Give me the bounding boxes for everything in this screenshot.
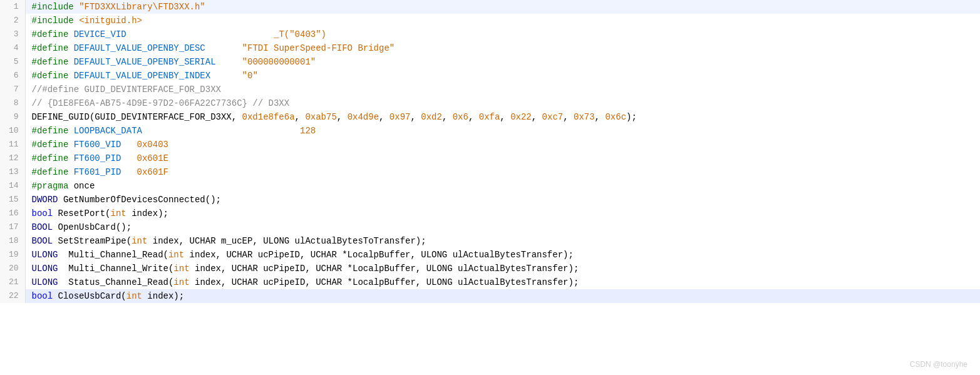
code-token: #include — [32, 16, 74, 26]
table-row: 12#define FT600_PID 0x601E — [0, 152, 980, 165]
code-token: CloseUsbCard( — [53, 291, 126, 301]
code-token: int — [132, 236, 147, 246]
table-row: 4#define DEFAULT_VALUE_OPENBY_DESC "FTDI… — [0, 41, 980, 55]
code-token: FT600_VID — [74, 140, 121, 150]
code-token: 0x601E — [137, 153, 168, 163]
code-token: "000000000001" — [242, 57, 316, 67]
line-number: 1 — [0, 0, 25, 14]
table-row: 3#define DEVICE_VID _T("0403") — [0, 28, 980, 41]
code-token: 0x4d9e — [348, 112, 379, 122]
line-code: #pragma once — [25, 179, 980, 193]
code-token: , — [595, 112, 606, 122]
code-token: <initguid.h> — [79, 16, 142, 26]
line-code: ULONG Status_Channel_Read(int index, UCH… — [25, 275, 980, 289]
code-token: 0xd1e8fe6a — [242, 112, 295, 122]
line-code: #include "FTD3XXLibrary\FTD3XX.h" — [25, 0, 980, 14]
code-token: // {D1E8FE6A-AB75-4D9E-97D2-06FA22C7736C… — [32, 98, 290, 108]
line-code: // {D1E8FE6A-AB75-4D9E-97D2-06FA22C7736C… — [25, 96, 980, 110]
code-token: ULONG — [32, 277, 58, 287]
code-token: 0x97 — [389, 112, 411, 122]
line-number: 16 — [0, 207, 25, 220]
table-row: 11#define FT600_VID 0x0403 — [0, 138, 980, 152]
code-token: 0xab75 — [305, 112, 336, 122]
code-token: Multi_Channel_Write( — [58, 264, 174, 274]
code-token: 0x0403 — [137, 140, 168, 150]
code-token: ULONG — [32, 250, 58, 260]
code-token: int — [126, 291, 142, 301]
code-token — [205, 43, 242, 53]
code-token: GetNumberOfDevicesConnected(); — [58, 195, 221, 205]
code-token: 0xd2 — [421, 112, 442, 122]
code-token: #define — [32, 57, 69, 67]
code-token: "0" — [242, 71, 258, 81]
line-number: 11 — [0, 138, 25, 152]
code-token: 0x601F — [137, 167, 168, 177]
code-token — [68, 167, 73, 177]
code-token: bool — [32, 291, 53, 301]
table-row: 10#define LOOPBACK_DATA 128 — [0, 124, 980, 138]
line-code: bool CloseUsbCard(int index); — [25, 289, 980, 303]
code-token: int — [168, 250, 184, 260]
line-code: bool ResetPort(int index); — [25, 207, 980, 220]
code-token: "FTDI SuperSpeed-FIFO Bridge" — [242, 43, 395, 53]
line-code: BOOL SetStreamPipe(int index, UCHAR m_uc… — [25, 234, 980, 248]
code-token — [74, 2, 79, 12]
code-token: index, UCHAR m_ucEP, ULONG ulActualBytes… — [147, 236, 426, 246]
code-token: FT601_PID — [74, 167, 121, 177]
code-token: #include — [32, 2, 74, 12]
line-number: 12 — [0, 152, 25, 165]
code-token: , — [410, 112, 421, 122]
code-token: once — [68, 181, 95, 191]
line-code: #define LOOPBACK_DATA 128 — [25, 124, 980, 138]
table-row: 13#define FT601_PID 0x601F — [0, 165, 980, 179]
code-token — [68, 153, 73, 163]
line-number: 22 — [0, 289, 25, 303]
code-token: BOOL — [32, 236, 53, 246]
line-number: 4 — [0, 41, 25, 55]
code-token: DEVICE_VID — [74, 29, 126, 39]
code-token: index, UCHAR ucPipeID, UCHAR *LocalpBuff… — [190, 277, 579, 287]
line-number: 21 — [0, 275, 25, 289]
code-token: DEFAULT_VALUE_OPENBY_SERIAL — [74, 57, 216, 67]
code-token: #pragma — [32, 181, 69, 191]
code-token: , — [442, 112, 453, 122]
table-row: 8// {D1E8FE6A-AB75-4D9E-97D2-06FA22C7736… — [0, 96, 980, 110]
code-token: index, UCHAR ucPipeID, UCHAR *LocalpBuff… — [190, 264, 579, 274]
code-token: DEFINE_GUID(GUID_DEVINTERFACE_FOR_D3XX, — [32, 112, 242, 122]
code-token — [216, 57, 242, 67]
line-code: DWORD GetNumberOfDevicesConnected(); — [25, 193, 980, 207]
line-code: #define DEFAULT_VALUE_OPENBY_INDEX "0" — [25, 69, 980, 83]
table-row: 22bool CloseUsbCard(int index); — [0, 289, 980, 303]
code-token: LOOPBACK_DATA — [74, 126, 142, 136]
code-token: 128 — [142, 126, 316, 136]
code-token: Multi_Channel_Read( — [58, 250, 168, 260]
table-row: 6#define DEFAULT_VALUE_OPENBY_INDEX "0" — [0, 69, 980, 83]
code-token: #define — [32, 126, 69, 136]
code-token: ULONG — [32, 264, 58, 274]
table-row: 1#include "FTD3XXLibrary\FTD3XX.h" — [0, 0, 980, 14]
code-token: index); — [142, 291, 184, 301]
line-number: 13 — [0, 165, 25, 179]
code-token: DEFAULT_VALUE_OPENBY_INDEX — [74, 71, 210, 81]
code-token — [74, 16, 79, 26]
code-token: , — [468, 112, 479, 122]
code-token — [68, 57, 73, 67]
code-table: 1#include "FTD3XXLibrary\FTD3XX.h"2#incl… — [0, 0, 980, 303]
code-token: SetStreamPipe( — [53, 236, 132, 246]
code-token — [121, 140, 137, 150]
code-token: int — [173, 264, 189, 274]
code-token: 0xc7 — [542, 112, 564, 122]
line-number: 10 — [0, 124, 25, 138]
table-row: 5#define DEFAULT_VALUE_OPENBY_SERIAL "00… — [0, 55, 980, 69]
code-token: , — [532, 112, 542, 122]
line-number: 15 — [0, 193, 25, 207]
code-token — [126, 29, 274, 39]
table-row: 15DWORD GetNumberOfDevicesConnected(); — [0, 193, 980, 207]
code-token: index, UCHAR ucPipeID, UCHAR *LocalpBuff… — [184, 250, 574, 260]
code-token: int — [173, 277, 189, 287]
line-number: 9 — [0, 110, 25, 124]
watermark: CSDN @toonyhe — [910, 360, 967, 369]
code-token: _T("0403") — [274, 29, 326, 39]
code-editor: 1#include "FTD3XXLibrary\FTD3XX.h"2#incl… — [0, 0, 980, 375]
code-token: int — [111, 208, 126, 218]
